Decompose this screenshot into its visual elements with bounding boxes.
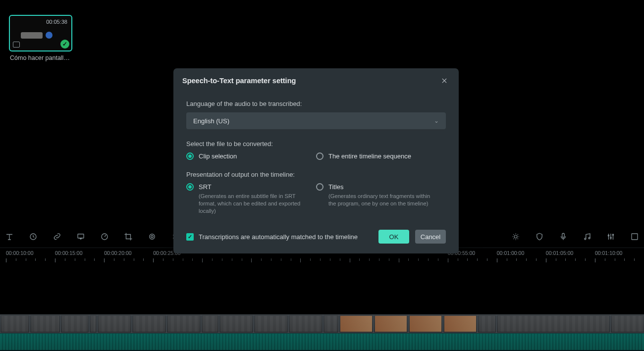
thumb-preview-dot: [46, 32, 53, 39]
svg-rect-1: [78, 234, 84, 238]
expand-icon[interactable]: [629, 231, 640, 242]
crop-icon[interactable]: [123, 231, 134, 242]
svg-rect-14: [632, 234, 638, 240]
language-select[interactable]: English (US) ⌄: [186, 112, 446, 129]
video-track[interactable]: [0, 314, 644, 333]
brightness-icon[interactable]: [510, 231, 521, 242]
checkbox-label: Transcriptions are automatically matched…: [199, 233, 358, 241]
ruler-time-label: 00:01:05:00: [546, 250, 573, 256]
mic-icon[interactable]: [558, 231, 569, 242]
radio-off-icon: [316, 152, 323, 160]
chevron-down-icon: ⌄: [434, 117, 439, 124]
language-label: Language of the audio to be transcribed:: [186, 100, 446, 107]
svg-point-3: [150, 234, 155, 239]
timeline-clip[interactable]: [60, 314, 89, 333]
speech-to-text-modal: Speech-to-Text parameter setting Languag…: [173, 68, 459, 253]
radio-clip-selection[interactable]: Clip selection: [186, 152, 316, 160]
close-icon[interactable]: [439, 75, 450, 86]
ruler-time-label: 00:01:00:00: [497, 250, 524, 256]
timeline-clip[interactable]: [339, 314, 374, 333]
radio-titles[interactable]: Titles: [316, 183, 446, 191]
aspect-icon: [13, 42, 20, 48]
mixer-icon[interactable]: [605, 231, 616, 242]
timeline-clip[interactable]: [408, 314, 443, 333]
modal-title: Speech-to-Text parameter setting: [182, 77, 296, 85]
timeline-clip[interactable]: [323, 314, 339, 333]
svg-point-10: [589, 237, 590, 239]
timeline-clip[interactable]: [443, 314, 478, 333]
screen-down-icon[interactable]: [75, 231, 86, 242]
radio-on-icon: [186, 183, 194, 191]
timeline-clip[interactable]: [610, 314, 644, 333]
svg-point-4: [151, 235, 154, 238]
svg-point-9: [585, 238, 586, 240]
thumb-preview-art: [21, 32, 43, 39]
link-icon[interactable]: [52, 231, 62, 242]
language-value: English (US): [193, 117, 229, 125]
thumb-duration: 00:05:38: [46, 19, 67, 25]
timeline-clip[interactable]: [496, 314, 610, 333]
thumb-caption: Cómo hacer pantallas ...: [9, 54, 73, 61]
audio-track[interactable]: [0, 333, 644, 350]
radio-entire-timeline[interactable]: The entire timeline sequence: [316, 152, 446, 160]
titles-description: (Generates ordinary text fragments withi…: [316, 193, 446, 207]
ok-button[interactable]: OK: [378, 230, 409, 244]
check-icon: ✓: [60, 40, 69, 49]
radio-srt[interactable]: SRT: [186, 183, 316, 191]
track-area: [0, 314, 644, 351]
radio-off-icon: [316, 183, 323, 191]
color-icon[interactable]: [147, 231, 158, 242]
audio-waveform: [0, 333, 644, 350]
shield-icon[interactable]: [534, 231, 545, 242]
timeline-clip[interactable]: [30, 314, 60, 333]
timeline-clip[interactable]: [0, 314, 30, 333]
timeline-clip[interactable]: [288, 314, 323, 333]
timeline-clip[interactable]: [201, 314, 219, 333]
ruler-time-label: 00:00:10:00: [6, 250, 33, 256]
ruler-time-label: 00:00:20:00: [104, 250, 131, 256]
timeline-clip[interactable]: [89, 314, 97, 333]
srt-description: (Generates an entire subtitle file in SR…: [186, 193, 316, 215]
radio-on-icon: [186, 152, 194, 160]
timeline-clip[interactable]: [374, 314, 408, 333]
ruler-time-label: 00:01:10:00: [595, 250, 622, 256]
timeline-clip[interactable]: [166, 314, 201, 333]
music-icon[interactable]: [582, 231, 592, 242]
file-select-label: Select the file to be converted:: [186, 140, 446, 148]
speed-icon[interactable]: [99, 231, 110, 242]
timeline-clip[interactable]: [478, 314, 496, 333]
cancel-button[interactable]: Cancel: [415, 230, 446, 244]
svg-point-7: [514, 235, 517, 238]
media-thumbnail[interactable]: 00:05:38 ✓ Cómo hacer pantallas ...: [9, 15, 73, 225]
output-label: Presentation of output on the timeline:: [186, 171, 446, 178]
text-tool-icon[interactable]: [4, 231, 15, 242]
timeline-clip[interactable]: [132, 314, 166, 333]
timeline-clip[interactable]: [97, 314, 132, 333]
svg-rect-8: [562, 233, 565, 237]
ruler-time-label: 00:00:15:00: [55, 250, 82, 256]
auto-match-checkbox[interactable]: ✓ Transcriptions are automatically match…: [186, 233, 358, 241]
timeline-clip[interactable]: [254, 314, 288, 333]
checkbox-on-icon: ✓: [186, 233, 194, 241]
history-icon[interactable]: [28, 231, 39, 242]
timeline-clip[interactable]: [219, 314, 254, 333]
